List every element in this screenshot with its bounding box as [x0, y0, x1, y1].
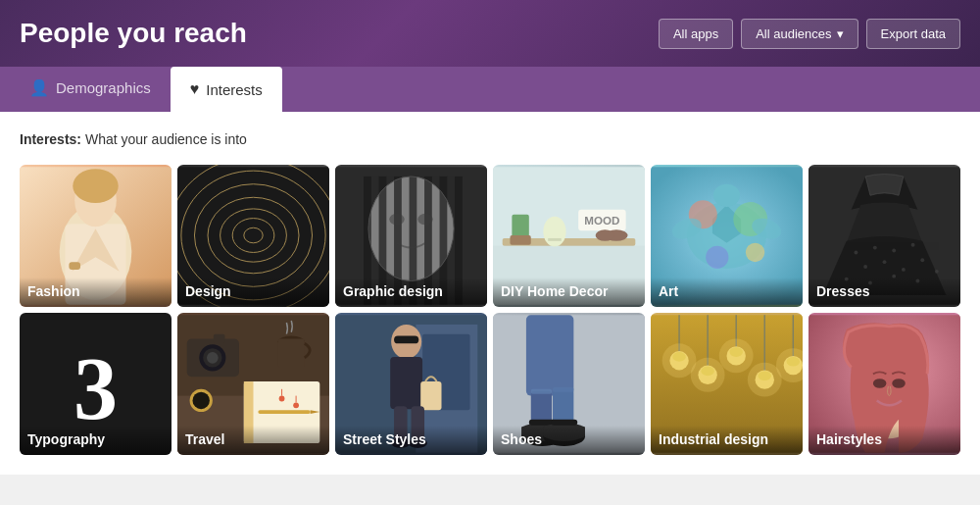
- card-hairstyles[interactable]: Hairstyles: [808, 313, 960, 455]
- all-audiences-button[interactable]: All audiences ▾: [741, 19, 858, 49]
- svg-point-73: [193, 392, 210, 409]
- card-travel[interactable]: Travel: [177, 313, 329, 455]
- card-fashion-label: Fashion: [20, 278, 172, 307]
- svg-point-30: [543, 217, 565, 247]
- card-hairstyles-label: Hairstyles: [808, 426, 960, 455]
- svg-rect-71: [214, 334, 225, 344]
- svg-point-76: [279, 396, 285, 402]
- card-fashion[interactable]: Fashion: [20, 165, 172, 307]
- card-travel-label: Travel: [177, 426, 329, 455]
- svg-rect-29: [510, 235, 530, 245]
- svg-rect-83: [390, 357, 422, 409]
- svg-point-24: [389, 214, 405, 226]
- tab-demographics[interactable]: 👤 Demographics: [10, 67, 171, 112]
- svg-rect-96: [551, 420, 577, 426]
- heart-icon: ♥: [190, 80, 200, 98]
- card-typography[interactable]: 3 Typography: [20, 313, 172, 455]
- svg-rect-65: [258, 410, 310, 414]
- svg-point-70: [207, 352, 219, 364]
- svg-point-25: [417, 214, 433, 226]
- svg-point-77: [293, 402, 299, 408]
- interests-grid: Fashion Des: [20, 165, 960, 455]
- page-header: People you reach All apps All audiences …: [0, 0, 980, 67]
- svg-point-117: [719, 338, 754, 373]
- svg-point-43: [746, 243, 764, 262]
- svg-rect-82: [394, 336, 418, 344]
- card-graphic-design[interactable]: Graphic design: [335, 165, 487, 307]
- svg-point-54: [902, 268, 906, 272]
- svg-rect-98: [553, 387, 573, 392]
- svg-point-122: [873, 379, 887, 388]
- page-title: People you reach: [20, 18, 247, 49]
- svg-point-35: [596, 229, 614, 241]
- typography-number: 3: [74, 345, 118, 433]
- card-graphic-design-label: Graphic design: [335, 278, 487, 307]
- svg-point-55: [920, 258, 924, 262]
- svg-point-50: [892, 249, 896, 253]
- card-design[interactable]: Design: [177, 165, 329, 307]
- svg-point-123: [892, 379, 906, 388]
- export-data-button[interactable]: Export data: [866, 19, 961, 49]
- card-industrial-design-label: Industrial design: [651, 426, 803, 455]
- svg-point-42: [706, 246, 728, 269]
- svg-rect-97: [531, 389, 552, 394]
- svg-rect-75: [278, 338, 305, 367]
- header-actions: All apps All audiences ▾ Export data: [659, 19, 960, 49]
- svg-point-48: [855, 251, 858, 255]
- tabs-bar: 👤 Demographics ♥ Interests: [0, 67, 980, 112]
- card-street-styles[interactable]: Street Styles: [335, 313, 487, 455]
- svg-point-4: [73, 169, 119, 203]
- card-industrial-design[interactable]: Industrial design: [651, 313, 803, 455]
- svg-rect-28: [512, 215, 528, 238]
- person-icon: 👤: [29, 78, 49, 97]
- card-typography-label: Typography: [20, 426, 172, 455]
- svg-point-116: [691, 358, 725, 392]
- card-dresses-label: Dresses: [808, 278, 960, 307]
- card-shoes[interactable]: Shoes: [493, 313, 645, 455]
- all-apps-button[interactable]: All apps: [659, 19, 733, 49]
- svg-point-53: [883, 260, 887, 264]
- section-subtitle: Interests: What your audience is into: [20, 131, 960, 147]
- svg-point-52: [863, 265, 867, 269]
- svg-point-60: [935, 270, 939, 274]
- svg-rect-84: [420, 381, 441, 410]
- svg-point-49: [873, 246, 877, 250]
- svg-text:MOOD: MOOD: [584, 214, 619, 227]
- card-street-styles-label: Street Styles: [335, 426, 487, 455]
- card-diy-home-decor-label: DIY Home Decor: [493, 278, 645, 307]
- svg-rect-90: [526, 315, 573, 395]
- card-diy-home-decor[interactable]: MOOD DIY Home Decor: [493, 165, 645, 307]
- card-art[interactable]: Art: [651, 165, 803, 307]
- card-art-label: Art: [651, 278, 803, 307]
- main-content: Interests: What your audience is into: [0, 112, 980, 475]
- card-design-label: Design: [177, 278, 329, 307]
- svg-rect-5: [69, 262, 80, 270]
- card-shoes-label: Shoes: [493, 426, 645, 455]
- svg-point-51: [911, 243, 915, 247]
- svg-point-44: [713, 184, 740, 207]
- svg-rect-31: [548, 238, 562, 241]
- card-dresses[interactable]: Dresses: [808, 165, 960, 307]
- tab-interests[interactable]: ♥ Interests: [171, 67, 282, 112]
- chevron-down-icon: ▾: [837, 26, 844, 41]
